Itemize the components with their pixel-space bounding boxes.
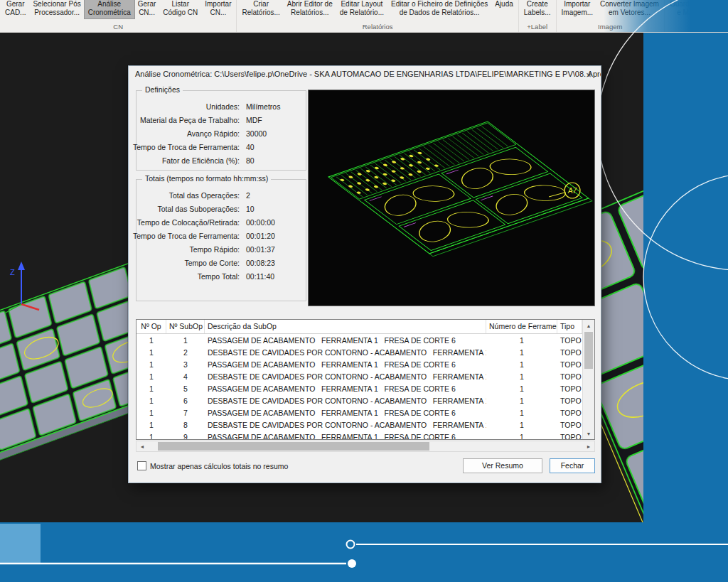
column-header-tipo[interactable]: Tipo xyxy=(557,320,582,333)
ribbon-buttons-imagem: Importar Imagem...Converter Imagem em Ve… xyxy=(558,0,663,22)
setting-value: 00:00:00 xyxy=(246,218,275,227)
group-definicoes: Definições Unidades:MilímetrosMaterial d… xyxy=(136,90,306,171)
table-cell: 1 xyxy=(486,409,557,417)
fechar-button[interactable]: Fechar xyxy=(550,458,595,473)
column-header-n-op[interactable]: Nº Op xyxy=(136,320,166,333)
table-cell: TOPO xyxy=(557,372,582,381)
setting-label: Tempo de Troca de Ferramenta: xyxy=(139,143,240,151)
ribbon-group-label-relat-rios: Relatórios xyxy=(238,22,516,32)
slide-accent-square xyxy=(0,524,41,563)
table-row[interactable]: 16DESBASTE DE CAVIDADES POR CONTORNO - A… xyxy=(136,394,582,406)
setting-value: 80 xyxy=(246,156,255,165)
group-totais: Totais (tempos no formato hh:mm:ss) Tota… xyxy=(136,179,306,301)
ribbon-group-cn: Gerar CAD...Selecionar Pós Processador..… xyxy=(0,0,237,32)
ver-resumo-button[interactable]: Ver Resumo xyxy=(463,458,542,473)
ribbon-buttons-cn: Gerar CAD...Selecionar Pós Processador..… xyxy=(1,0,235,22)
table-cell: 1 xyxy=(136,384,166,393)
totals-only-checkbox[interactable] xyxy=(137,461,146,470)
ribbon-button-criar-relat-rios[interactable]: Criar Relatórios... xyxy=(238,0,283,18)
column-header-n-mero-de-ferramenta[interactable]: Número de Ferramenta xyxy=(486,320,557,333)
table-cell: 1 xyxy=(136,409,166,417)
table-cell: 6 xyxy=(166,397,205,405)
table-cell: 3 xyxy=(166,360,205,369)
table-cell: 1 xyxy=(136,397,166,405)
table-cell: PASSAGEM DE ACABAMENTO FERRAMENTA 1 FRES… xyxy=(205,336,486,345)
column-header-n-subop[interactable]: Nº SubOp xyxy=(166,320,205,333)
table-horizontal-scrollbar[interactable]: ◄ ► xyxy=(136,441,595,452)
totais-row-tempo-de-troca-de-ferramenta: Tempo de Troca de Ferramenta:00:01:20 xyxy=(136,229,306,242)
ribbon-button-editar-o-ficheiro-de-defini-es-de-dados-de[interactable]: Editar o Ficheiro de Definições de Dados… xyxy=(387,0,491,18)
scroll-right-icon[interactable]: ► xyxy=(583,441,594,451)
table-row[interactable]: 15PASSAGEM DE ACABAMENTO FERRAMENTA 1 FR… xyxy=(136,382,582,394)
table-row[interactable]: 17PASSAGEM DE ACABAMENTO FERRAMENTA 1 FR… xyxy=(136,406,582,419)
ribbon-button-importar-imagem[interactable]: Importar Imagem... xyxy=(558,0,596,18)
table-cell: 1 xyxy=(486,348,557,357)
ribbon-button-editar-layout-de-relat-rio[interactable]: Editar Layout de Relatório... xyxy=(336,0,387,18)
ribbon-button-listar-c-digo-cn[interactable]: Listar Código CN xyxy=(159,0,201,18)
slide-right-panel xyxy=(643,33,728,582)
totais-row-tempo-de-corte: Tempo de Corte:00:08:23 xyxy=(136,256,306,269)
ribbon-button-importar-cn[interactable]: Importar CN... xyxy=(201,0,235,18)
setting-label: Unidades: xyxy=(139,102,240,111)
setting-label: Avanço Rápido: xyxy=(139,129,240,138)
setting-value: 00:01:37 xyxy=(246,245,275,254)
ribbon-button-selecionar-p-s-processador[interactable]: Selecionar Pós Processador... xyxy=(29,0,84,18)
toolpath-preview: A7 xyxy=(308,90,595,306)
scroll-down-icon[interactable]: ▼ xyxy=(583,428,594,439)
table-cell: PASSAGEM DE ACABAMENTO FERRAMENTA 1 FRES… xyxy=(205,409,486,417)
definicoes-row-material-da-pe-a-de-trabalho: Material da Peça de Trabalho:MDF xyxy=(136,113,306,126)
setting-label: Material da Peça de Trabalho: xyxy=(139,116,240,124)
ribbon-button-guardar-pe-a-e-m-qu[interactable]: Guardar Peça e Máqu... xyxy=(666,0,717,18)
ribbon-buttons-more: Guardar Peça e Máqu... xyxy=(666,0,717,22)
horizontal-scroll-thumb[interactable] xyxy=(158,442,429,451)
ribbon-group-more: Guardar Peça e Máqu... xyxy=(665,0,719,32)
table-vertical-scrollbar[interactable]: ▲ ▼ xyxy=(582,320,594,439)
ribbon-button-ajuda[interactable]: Ajuda xyxy=(491,0,517,10)
subop-table-header: Nº OpNº SubOpDescrição da SubOpNúmero de… xyxy=(136,320,582,334)
table-row[interactable]: 13PASSAGEM DE ACABAMENTO FERRAMENTA 1 FR… xyxy=(136,358,582,370)
definicoes-rows: Unidades:MilímetrosMaterial da Peça de T… xyxy=(136,91,306,167)
table-cell: 2 xyxy=(166,348,205,357)
dialog-title: Análise Cronométrica: C:\Users\felipe.p\… xyxy=(129,66,601,78)
setting-label: Tempo Rápido: xyxy=(139,245,240,254)
ribbon-button-converter-imagem-em-vetores[interactable]: Converter Imagem em Vetores... xyxy=(596,0,663,18)
table-cell: 9 xyxy=(166,433,205,440)
ribbon-group-label: Create Labels...+Label xyxy=(519,0,557,32)
table-row[interactable]: 19PASSAGEM DE ACABAMENTO FERRAMENTA 1 FR… xyxy=(136,431,582,439)
ribbon-button-an-lise-cronom-trica[interactable]: Análise Cronométrica xyxy=(85,0,134,18)
table-cell: TOPO xyxy=(557,433,582,440)
subop-table: Nº OpNº SubOpDescrição da SubOpNúmero de… xyxy=(136,319,595,440)
ribbon-button-gerar-cad[interactable]: Gerar CAD... xyxy=(1,0,29,18)
analise-cronometrica-dialog: Análise Cronométrica: C:\Users\felipe.p\… xyxy=(128,65,601,483)
table-row[interactable]: 11PASSAGEM DE ACABAMENTO FERRAMENTA 1 FR… xyxy=(136,334,582,346)
ribbon-button-abrir-editor-de-relat-rios[interactable]: Abrir Editor de Relatórios... xyxy=(284,0,336,18)
setting-value: 2 xyxy=(246,191,250,200)
setting-value: 10 xyxy=(246,205,255,213)
setting-label: Total das Operações: xyxy=(139,191,240,200)
ribbon: Gerar CAD...Selecionar Pós Processador..… xyxy=(0,0,728,33)
dialog-titlebar[interactable]: Análise Cronométrica: C:\Users\felipe.p\… xyxy=(129,66,601,83)
ribbon-buttons-label: Create Labels... xyxy=(520,0,555,22)
setting-value: 40 xyxy=(246,143,255,151)
table-cell: 1 xyxy=(136,433,166,440)
scroll-left-icon[interactable]: ◄ xyxy=(136,441,148,451)
table-cell: 1 xyxy=(486,421,557,429)
ribbon-group-label-more xyxy=(666,22,717,32)
table-row[interactable]: 12DESBASTE DE CAVIDADES POR CONTORNO - A… xyxy=(136,346,582,358)
table-cell: 1 xyxy=(486,433,557,440)
table-row[interactable]: 18DESBASTE DE CAVIDADES POR CONTORNO - A… xyxy=(136,419,582,431)
table-row[interactable]: 14DESBASTE DE CAVIDADES POR CONTORNO - A… xyxy=(136,370,582,382)
ribbon-button-gerar-cn[interactable]: Gerar CN... xyxy=(134,0,160,18)
close-icon[interactable]: × xyxy=(578,68,599,82)
table-cell: TOPO xyxy=(557,421,582,429)
table-cell: 7 xyxy=(166,409,205,417)
totais-row-tempo-de-coloca-o-retirada: Tempo de Colocação/Retirada:00:00:00 xyxy=(136,215,306,229)
vertical-scroll-thumb[interactable] xyxy=(584,332,593,369)
scroll-up-icon[interactable]: ▲ xyxy=(583,320,594,331)
column-header-descri-o-da-subop[interactable]: Descrição da SubOp xyxy=(205,320,486,333)
setting-value: 00:08:23 xyxy=(246,259,275,267)
table-cell: 1 xyxy=(486,336,557,345)
table-cell: PASSAGEM DE ACABAMENTO FERRAMENTA 1 FRES… xyxy=(205,433,486,440)
ribbon-button-create-labels[interactable]: Create Labels... xyxy=(520,0,555,18)
table-cell: 8 xyxy=(166,421,205,429)
